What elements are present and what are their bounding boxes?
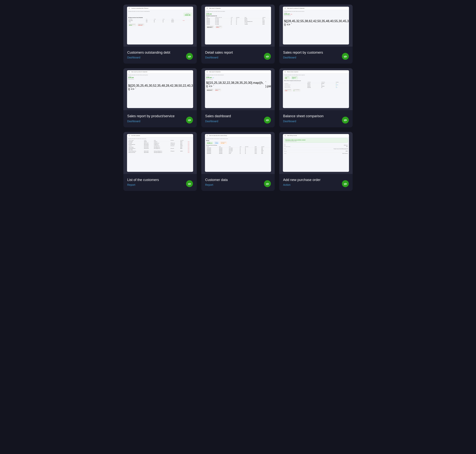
card-info-sales-dashboard: Sales dashboard Dashboard qb (201, 110, 275, 127)
card-detail-sales-report[interactable]: Sales report for September Preparing inf… (201, 5, 275, 64)
card-title: Customer data (205, 178, 271, 182)
card-preview-sales-report-customers: Sales report by customers for September … (279, 5, 353, 46)
card-info-list-customers: List of the customers Report qb (123, 174, 197, 191)
card-preview-customer-data: Show me data about this customer Dinsey … (201, 132, 275, 174)
card-preview-customers-outstanding-debt: Customers outstanding debt of Business P… (123, 5, 197, 46)
card-sales-dashboard[interactable]: Sales report for September Preparing inf… (201, 68, 275, 127)
card-type: Dashboard (127, 56, 193, 59)
qb-badge: qb (186, 180, 193, 187)
card-type: Dashboard (127, 120, 193, 123)
qb-badge: qb (342, 117, 349, 123)
card-type: Report (205, 183, 271, 186)
card-type: Dashboard (283, 56, 349, 59)
card-preview-sales-report-product: Sales report by product for September Pr… (123, 68, 197, 110)
cards-grid: Customers outstanding debt of Business P… (123, 5, 353, 191)
card-type: Dashboard (283, 120, 349, 123)
card-balance-sheet-comparison[interactable]: Balance sheet comparison Preparing infor… (279, 68, 353, 127)
card-title: Sales report by product/service (127, 114, 193, 118)
card-preview-balance-sheet-comparison: Balance sheet comparison Preparing infor… (279, 68, 353, 110)
card-add-purchase-order[interactable]: Order 250 kg of carrots Purchase order s… (279, 132, 353, 191)
card-preview-detail-sales-report: Sales report for September Preparing inf… (201, 5, 275, 46)
card-title: Customers outstanding debt (127, 50, 193, 55)
card-sales-report-product[interactable]: Sales report by product for September Pr… (123, 68, 197, 127)
card-info-detail-sales-report: Detail sales report Dashboard qb (201, 46, 275, 64)
qb-badge: qb (342, 180, 349, 187)
card-type: Dashboard (205, 56, 271, 59)
card-title: Detail sales report (205, 50, 271, 55)
card-customers-outstanding-debt[interactable]: Customers outstanding debt of Business P… (123, 5, 197, 64)
card-info-balance-sheet-comparison: Balance sheet comparison Dashboard qb (279, 110, 353, 127)
card-preview-list-customers: List of the customers Preparing informat… (123, 132, 197, 174)
card-sales-report-customers[interactable]: Sales report by customers for September … (279, 5, 353, 64)
card-customer-data[interactable]: Show me data about this customer Dinsey … (201, 132, 275, 191)
card-info-sales-report-customers: Sales report by customers Dashboard qb (279, 46, 353, 64)
card-type: Dashboard (205, 120, 271, 123)
card-list-customers[interactable]: List of the customers Preparing informat… (123, 132, 197, 191)
card-type: Report (127, 183, 193, 186)
card-title: Balance sheet comparison (283, 114, 349, 118)
qb-badge: qb (264, 117, 271, 123)
card-title: Add new purchase order (283, 178, 349, 182)
card-info-add-purchase-order: Add new purchase order Action qb (279, 174, 353, 191)
card-title: Sales report by customers (283, 50, 349, 55)
card-info-customers-outstanding-debt: Customers outstanding debt Dashboard qb (123, 46, 197, 64)
card-title: List of the customers (127, 178, 193, 182)
card-preview-add-purchase-order: Order 250 kg of carrots Purchase order s… (279, 132, 353, 174)
card-info-customer-data: Customer data Report qb (201, 174, 275, 191)
card-title: Sales dashboard (205, 114, 271, 118)
qb-badge: qb (186, 117, 193, 123)
card-preview-sales-dashboard: Sales report for September Preparing inf… (201, 68, 275, 110)
card-info-sales-report-product: Sales report by product/service Dashboar… (123, 110, 197, 127)
card-type: Action (283, 183, 349, 186)
qb-badge: qb (264, 180, 271, 187)
